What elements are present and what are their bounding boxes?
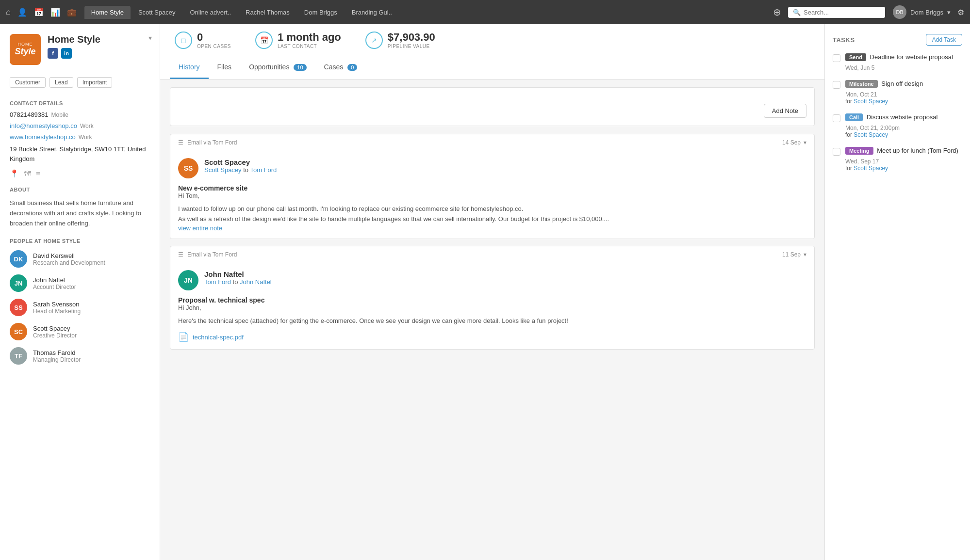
email-via: Email via Tom Ford [187, 251, 237, 258]
content-tabs: HistoryFilesOpportunities 10Cases 0 [160, 56, 824, 80]
task-type-badge: Send [845, 53, 866, 61]
topnav-tab-branding-gui..[interactable]: Branding Gui.. [345, 6, 399, 19]
attachment-link[interactable]: technical-spec.pdf [193, 334, 244, 341]
person-role: Account Director [33, 284, 76, 290]
contact-details-title: CONTACT DETAILS [0, 94, 160, 109]
task-date: Mon, Oct 21, 2:00pm [845, 125, 962, 131]
task-item: Send Deadline for website proposal Wed, … [833, 53, 962, 71]
company-social: f in [48, 48, 150, 59]
from-link[interactable]: Scott Spacey [204, 166, 242, 174]
add-note-area: Add Note [170, 87, 815, 126]
task-type-badge: Milestone [845, 80, 878, 88]
user-name: Dom Briggs [910, 9, 943, 16]
add-tab-button[interactable]: ⊕ [773, 6, 781, 18]
person-item[interactable]: JN John Naftel Account Director [0, 271, 160, 295]
map-view-icon[interactable]: 🗺 [24, 169, 31, 178]
email-detail: info@homestyleshop.co Work [0, 120, 160, 131]
bag-icon[interactable]: 💼 [67, 8, 77, 17]
task-item: Meeting Meet up for lunch (Tom Ford) Wed… [833, 147, 962, 172]
tag-customer[interactable]: Customer [10, 77, 46, 88]
email-header-left: ☰ Email via Tom Ford [178, 139, 237, 146]
add-note-button[interactable]: Add Note [764, 104, 806, 118]
settings-icon[interactable]: ⚙ [957, 8, 964, 17]
company-dropdown-icon[interactable]: ▾ [148, 34, 152, 42]
linkedin-button[interactable]: in [61, 48, 72, 59]
email-greeting: Hi John, [178, 304, 806, 311]
task-for-link[interactable]: Scott Spacey [854, 98, 888, 105]
topnav-tab-rachel-thomas[interactable]: Rachel Thomas [239, 6, 296, 19]
tag-lead[interactable]: Lead [49, 77, 73, 88]
email-subject: Proposal w. technical spec [178, 296, 806, 304]
user-avatar: DB [893, 5, 906, 19]
email-entry: ☰ Email via Tom Ford 14 Sep ▾ SS Scott S… [170, 134, 815, 239]
person-item[interactable]: DK David Kerswell Research and Developme… [0, 247, 160, 271]
task-date: Wed, Sep 17 [845, 158, 962, 165]
people-list: DK David Kerswell Research and Developme… [0, 247, 160, 368]
topnav-tab-scott-spacey[interactable]: Scott Spacey [132, 6, 182, 19]
person-item[interactable]: TF Thomas Farold Managing Director [0, 344, 160, 368]
topnav-tab-dom-briggs[interactable]: Dom Briggs [297, 6, 344, 19]
person-item[interactable]: SC Scott Spacey Creative Director [0, 320, 160, 344]
calendar-icon[interactable]: 📅 [34, 8, 44, 17]
search-box: 🔍 [788, 7, 885, 18]
email-body: SS Scott Spacey Scott Spacey to Tom Ford… [170, 151, 814, 239]
task-for-link[interactable]: Scott Spacey [854, 131, 888, 138]
person-name: John Naftel [33, 276, 76, 284]
company-name: Home Style [48, 34, 150, 45]
add-task-button[interactable]: Add Task [926, 34, 962, 46]
website-label: Work [79, 134, 92, 141]
person-name: Thomas Farold [33, 349, 81, 356]
topnav-tabs: Home StyleScott SpaceyOnline advert..Rac… [84, 6, 766, 19]
person-icon[interactable]: 👤 [17, 8, 27, 17]
task-for: for Scott Spacey [845, 98, 962, 105]
sender-avatar: JN [178, 270, 198, 290]
task-date: Wed, Jun 5 [845, 64, 962, 71]
content-tab-opportunities[interactable]: Opportunities 10 [240, 56, 315, 79]
tag-important[interactable]: Important [77, 77, 113, 88]
tags-row: CustomerLeadImportant [0, 71, 160, 94]
task-description: Discuss website proposal [867, 113, 938, 121]
people-title: PEOPLE AT HOME STYLE [0, 231, 160, 247]
chart-icon[interactable]: 📊 [50, 8, 60, 17]
email-entry: ☰ Email via Tom Ford 11 Sep ▾ JN John Na… [170, 246, 815, 350]
person-avatar: SC [10, 323, 27, 340]
task-checkbox[interactable] [833, 114, 840, 122]
user-menu[interactable]: DB Dom Briggs ▾ [893, 5, 951, 19]
content-tab-files[interactable]: Files [209, 56, 241, 79]
email-text: Here's the technical spec (attached) for… [178, 316, 806, 326]
company-info: Home Style f in [48, 34, 150, 59]
content-tab-cases[interactable]: Cases 0 [315, 56, 366, 79]
task-content: Call Discuss website proposal Mon, Oct 2… [845, 113, 962, 138]
stat-cases: ◻ 0 OPEN CASES [175, 31, 231, 49]
person-item[interactable]: SS Sarah Svensson Head of Marketing [0, 295, 160, 320]
task-checkbox[interactable] [833, 81, 840, 89]
task-checkbox[interactable] [833, 148, 840, 156]
facebook-button[interactable]: f [48, 48, 58, 59]
attachment: 📄 technical-spec.pdf [178, 332, 806, 342]
to-link[interactable]: John Naftel [240, 278, 272, 286]
task-content: Meeting Meet up for lunch (Tom Ford) Wed… [845, 147, 962, 172]
email-sender-row: JN John Naftel Tom Ford to John Naftel [178, 270, 806, 290]
website-link[interactable]: www.homestyleshop.co [10, 133, 76, 141]
topnav-tab-online-advert..[interactable]: Online advert.. [183, 6, 238, 19]
list-icon[interactable]: ≡ [36, 169, 40, 178]
email-link[interactable]: info@homestyleshop.co [10, 122, 77, 129]
chevron-down-icon[interactable]: ▾ [804, 139, 806, 146]
chevron-down-icon[interactable]: ▾ [804, 251, 806, 258]
home-icon[interactable]: ⌂ [6, 8, 11, 16]
search-input[interactable] [804, 9, 880, 16]
to-link[interactable]: Tom Ford [250, 166, 277, 174]
phone-detail: 07821489381 Mobile [0, 109, 160, 120]
task-type-badge: Meeting [845, 147, 873, 155]
task-checkbox[interactable] [833, 54, 840, 62]
topnav-tab-home-style[interactable]: Home Style [84, 6, 131, 19]
email-header-right: 11 Sep ▾ [782, 251, 806, 258]
email-to: Tom Ford to John Naftel [204, 278, 272, 286]
task-for-link[interactable]: Scott Spacey [854, 165, 888, 172]
view-note-link[interactable]: view entire note [178, 224, 222, 232]
map-icon[interactable]: 📍 [10, 169, 19, 178]
task-description: Meet up for lunch (Tom Ford) [877, 147, 958, 154]
cases-label: OPEN CASES [197, 44, 231, 49]
from-link[interactable]: Tom Ford [204, 278, 231, 286]
content-tab-history[interactable]: History [170, 56, 209, 79]
